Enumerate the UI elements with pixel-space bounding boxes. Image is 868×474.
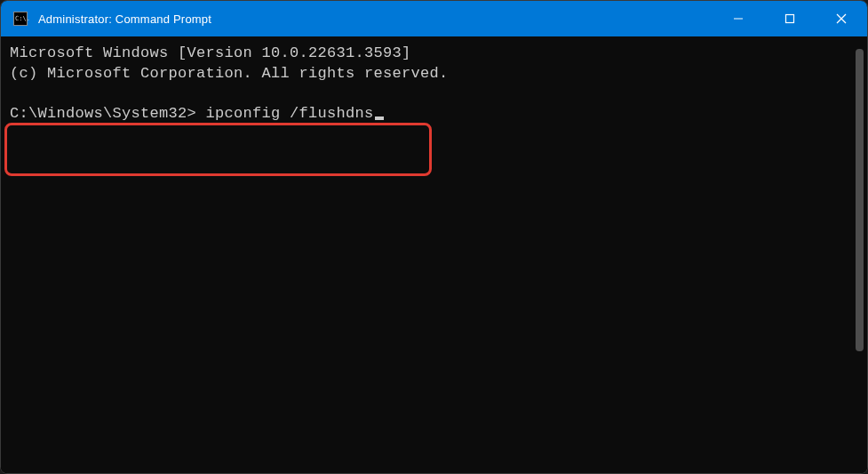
svg-rect-1 [786,15,794,23]
client-area: Microsoft Windows [Version 10.0.22631.35… [1,36,867,473]
prompt-text: C:\Windows\System32> [10,104,206,125]
command-prompt-window: C:\. Administrator: Command Prompt Micro… [0,0,868,474]
minimize-icon [733,13,744,24]
command-line[interactable]: C:\Windows\System32> ipconfig /flushdns [10,104,844,125]
cmd-icon: C:\. [13,12,28,26]
vertical-scrollbar[interactable] [853,36,867,473]
close-icon [836,13,847,24]
copyright-line: (c) Microsoft Corporation. All rights re… [10,64,844,84]
os-version-line: Microsoft Windows [Version 10.0.22631.35… [10,44,844,64]
terminal-output[interactable]: Microsoft Windows [Version 10.0.22631.35… [1,36,853,473]
scrollbar-thumb[interactable] [856,49,864,351]
minimize-button[interactable] [713,1,764,36]
command-text: ipconfig /flushdns [206,104,374,125]
maximize-button[interactable] [764,1,816,36]
window-controls [713,1,867,36]
window-title: Administrator: Command Prompt [38,12,713,26]
annotation-highlight [4,123,432,176]
titlebar[interactable]: C:\. Administrator: Command Prompt [1,1,867,36]
text-cursor [375,116,384,120]
maximize-icon [784,13,795,24]
close-button[interactable] [816,1,867,36]
